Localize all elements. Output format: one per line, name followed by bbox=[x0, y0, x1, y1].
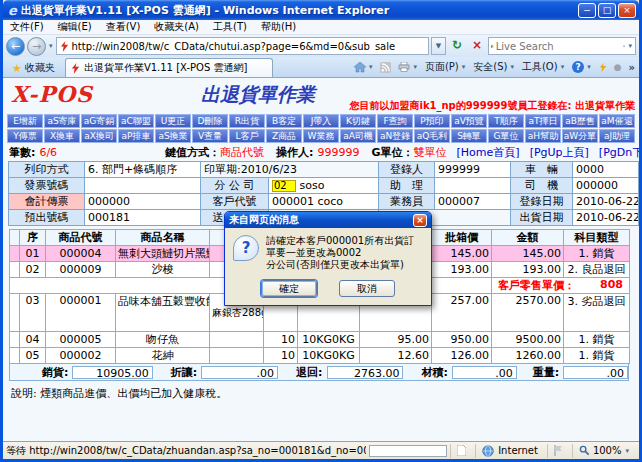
gear-icon[interactable]: ● bbox=[614, 62, 622, 72]
document-icon bbox=[457, 445, 466, 456]
branch-label: 分 公 司 bbox=[201, 178, 269, 194]
btn-salesman[interactable]: W業務 bbox=[303, 129, 339, 143]
btn-preview[interactable]: aV預覽 bbox=[451, 114, 487, 128]
cell-code: 000009 bbox=[46, 262, 116, 278]
safety-menu-button[interactable]: 安全(S) ▾ bbox=[473, 60, 515, 74]
btn-help[interactable]: aH幫助 bbox=[525, 129, 561, 143]
menu-help[interactable]: 帮助(H) bbox=[254, 20, 303, 34]
tab-active[interactable]: 出退貨單作業V1.11 [X-POS 雲通網] bbox=[65, 58, 273, 77]
zoom-magnifier-icon bbox=[579, 445, 590, 456]
help-button[interactable]: ? ▾ bbox=[572, 61, 592, 73]
overflow-chevron-icon[interactable]: » bbox=[629, 62, 635, 73]
cancel-button[interactable]: 取消 bbox=[339, 280, 395, 297]
cell-qty: 10 bbox=[264, 332, 298, 348]
preout-value: 000181 bbox=[85, 210, 201, 226]
search-dropdown-icon[interactable]: ▾ bbox=[627, 42, 633, 50]
print-button[interactable]: ▾ bbox=[398, 62, 418, 72]
btn-split-order[interactable]: aW分單 bbox=[562, 129, 598, 143]
btn-voucher[interactable]: Y傳票 bbox=[7, 129, 43, 143]
btn-change-driver[interactable]: aX換司 bbox=[81, 129, 117, 143]
btn-delete[interactable]: D刪除 bbox=[192, 114, 228, 128]
btn-deposit-warehouse[interactable]: aS寄庫 bbox=[44, 114, 80, 128]
col-name: 商品名稱 bbox=[116, 230, 210, 246]
btn-unit[interactable]: G單位 bbox=[488, 129, 524, 143]
btn-change-sales[interactable]: aS換業 bbox=[155, 129, 191, 143]
btn-driver[interactable]: aA司機 bbox=[340, 129, 376, 143]
flag-icon bbox=[554, 445, 563, 456]
dialog-body: ? 請確定本客戶000001所有出貨訂單要一並更改為0002 分公司(否則僅只更… bbox=[225, 228, 431, 305]
cell-no: 02 bbox=[20, 262, 46, 278]
lightning-icon[interactable] bbox=[599, 62, 607, 73]
cell-name: 花紳 bbox=[116, 348, 210, 364]
btn-preprint[interactable]: P預印 bbox=[414, 114, 450, 128]
btn-order[interactable]: T順序 bbox=[488, 114, 524, 128]
btn-schedule-vehicle[interactable]: aP排車 bbox=[118, 129, 154, 143]
btn-customer[interactable]: L客戶 bbox=[229, 129, 265, 143]
home-button[interactable]: ▾ bbox=[354, 62, 374, 73]
btn-transfer-order[interactable]: S轉單 bbox=[451, 129, 487, 143]
ok-button[interactable]: 確定 bbox=[261, 280, 317, 297]
btn-customer-order[interactable]: B客定 bbox=[266, 114, 302, 128]
item-row-04[interactable]: 04 000005 吻仔魚 10 10KG0KG 95.00 950.00 95… bbox=[10, 332, 630, 348]
col-code: 商品代號 bbox=[46, 230, 116, 246]
btn-gross-profit[interactable]: aQ毛利 bbox=[414, 129, 450, 143]
maximize-button[interactable]: □ bbox=[598, 3, 616, 18]
salesman-value: 000007 bbox=[435, 194, 511, 210]
favorites-button[interactable]: ★ 收藏夹 bbox=[5, 59, 62, 77]
cell-box-price: 126.00 bbox=[432, 348, 492, 364]
dialog-message-line1: 請確定本客戶000001所有出貨訂單要一並更改為0002 bbox=[266, 235, 414, 258]
cell-amount: 193.00 bbox=[492, 262, 564, 278]
btn-register[interactable]: aN登錄 bbox=[377, 129, 413, 143]
zoom-control[interactable]: 100% ▾ bbox=[572, 444, 636, 458]
search-box: ▾ bbox=[488, 37, 636, 55]
search-icon[interactable] bbox=[623, 41, 626, 52]
tools-menu-button[interactable]: 工具(O) ▾ bbox=[522, 60, 565, 74]
btn-product[interactable]: Z商品 bbox=[266, 129, 302, 143]
search-input[interactable] bbox=[496, 41, 621, 52]
history-dropdown-icon[interactable]: ▾ bbox=[48, 42, 54, 50]
btn-pick-date[interactable]: aT擇日 bbox=[525, 114, 561, 128]
refresh-icon[interactable]: ↻ bbox=[448, 37, 466, 55]
col-selector bbox=[10, 230, 20, 246]
btn-consignment[interactable]: aG寄銷 bbox=[81, 114, 117, 128]
close-button[interactable]: × bbox=[618, 3, 636, 18]
address-input[interactable] bbox=[72, 41, 425, 52]
nav-home-link[interactable]: [Home首頁] bbox=[457, 145, 520, 160]
back-button[interactable]: ← bbox=[6, 37, 25, 56]
menu-edit[interactable]: 编辑(E) bbox=[51, 20, 99, 34]
menu-bar: 文件(F) 编辑(E) 查看(V) 收藏夹(A) 工具(T) 帮助(H) bbox=[3, 20, 639, 35]
page-menu-button[interactable]: 页面(P) ▾ bbox=[425, 60, 466, 74]
minimize-button[interactable]: − bbox=[578, 3, 596, 18]
feed-icon[interactable] bbox=[380, 62, 391, 73]
item-row-05[interactable]: 05 000002 花紳 10 10KG0KG 12.60 126.00 126… bbox=[10, 348, 630, 364]
forward-button[interactable]: → bbox=[27, 37, 46, 56]
stop-icon[interactable]: × bbox=[468, 37, 486, 55]
menu-favorites[interactable]: 收藏夹(A) bbox=[147, 20, 206, 34]
window-title: 出退貨單作業V1.11 [X-POS 雲通網] - Windows Intern… bbox=[21, 3, 576, 18]
address-dropdown-icon[interactable]: ▼ bbox=[431, 37, 446, 55]
menu-tools[interactable]: 工具(T) bbox=[206, 20, 254, 34]
menu-file[interactable]: 文件(F) bbox=[3, 20, 51, 34]
zoom-level: 100% bbox=[593, 445, 622, 456]
nav-pgup-link[interactable]: [PgUp上頁] bbox=[530, 145, 589, 160]
btn-sales-history[interactable]: aB歷售 bbox=[562, 114, 598, 128]
reg-date-label: 登錄日期 bbox=[511, 194, 573, 210]
btn-change-vehicle[interactable]: X換車 bbox=[44, 129, 80, 143]
btn-alliance[interactable]: aC聯盟 bbox=[118, 114, 154, 128]
btn-assistant[interactable]: aJ助理 bbox=[599, 129, 635, 143]
btn-import[interactable]: J帶入 bbox=[303, 114, 339, 128]
btn-add-new[interactable]: E增新 bbox=[7, 114, 43, 128]
info-line: 筆數: 6/6 鍵值方式： 商品代號 操作人: 999999 G單位： 雙單位 … bbox=[9, 145, 633, 160]
btn-ship[interactable]: R出貨 bbox=[229, 114, 265, 128]
btn-check-quantity[interactable]: V查量 bbox=[192, 129, 228, 143]
nav-pgdn-link[interactable]: [PgDn下頁] bbox=[599, 145, 639, 160]
branch-code-input[interactable] bbox=[272, 180, 296, 192]
btn-query[interactable]: F查詢 bbox=[377, 114, 413, 128]
btn-switch-key[interactable]: K切鍵 bbox=[340, 114, 376, 128]
btn-correct[interactable]: U更正 bbox=[155, 114, 191, 128]
tab-favicon bbox=[71, 63, 80, 74]
dialog-close-icon[interactable]: × bbox=[413, 214, 427, 227]
cell-unit: 10KG0KG bbox=[298, 332, 360, 348]
btn-urge-return[interactable]: aM催還 bbox=[599, 114, 635, 128]
menu-view[interactable]: 查看(V) bbox=[99, 20, 148, 34]
